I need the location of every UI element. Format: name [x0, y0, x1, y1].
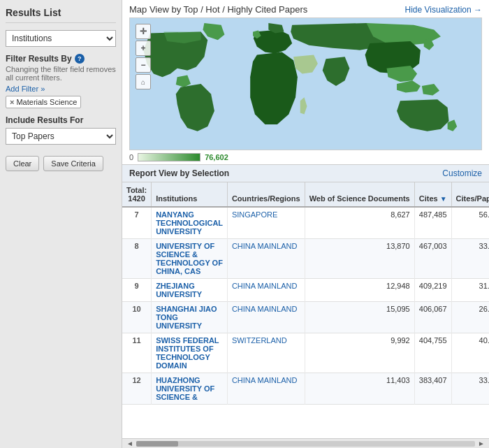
main-content: Map View by Top / Hot / Highly Cited Pap… — [122, 0, 489, 448]
legend-max: 76,602 — [205, 153, 228, 161]
row-cites: 406,067 — [414, 302, 451, 333]
table-row: 10 SHANGHAI JIAO TONG UNIVERSITY CHINA M… — [122, 302, 489, 333]
row-cites: 409,219 — [414, 279, 451, 302]
row-country: CHINA MAINLAND — [227, 302, 305, 333]
map-legend: 0 76,602 — [122, 150, 489, 164]
world-map — [130, 18, 481, 150]
filter-help-text: Changing the filter field removes all cu… — [6, 65, 116, 82]
filter-tag[interactable]: × Materials Science — [6, 96, 81, 108]
row-country: CHINA MAINLAND — [227, 373, 305, 405]
legend-gradient — [138, 153, 200, 161]
results-table-wrapper[interactable]: Total: 1420 Institutions Countries/Regio… — [122, 182, 489, 438]
results-list-title: Results List — [6, 7, 116, 23]
include-section: Include Results For Top Papers Hot Paper… — [6, 115, 116, 145]
include-results-title: Include Results For — [6, 115, 116, 125]
map-title: Map View by Top / Hot / Highly Cited Pap… — [129, 4, 307, 15]
row-rank: 8 — [122, 239, 152, 279]
row-cites: 467,003 — [414, 239, 451, 279]
filter-tag-remove[interactable]: × — [10, 98, 14, 106]
row-rank: 10 — [122, 302, 152, 333]
filter-results-title: Filter Results By — [6, 54, 72, 64]
table-row: 9 ZHEJIANG UNIVERSITY CHINA MAINLAND 12,… — [122, 279, 489, 302]
table-row: 12 HUAZHONG UNIVERSITY OF SCIENCE & CHIN… — [122, 373, 489, 405]
table-body: 7 NANYANG TECHNOLOGICAL UNIVERSITY SINGA… — [122, 207, 489, 405]
country-link[interactable]: SWITZERLAND — [232, 336, 287, 345]
institution-link[interactable]: NANYANG TECHNOLOGICAL UNIVERSITY — [156, 210, 223, 236]
col-institutions[interactable]: Institutions — [152, 182, 228, 207]
customize-link[interactable]: Customize — [442, 168, 482, 178]
country-link[interactable]: CHINA MAINLAND — [232, 242, 298, 250]
clear-button[interactable]: Clear — [6, 156, 39, 171]
scroll-right-arrow[interactable]: ► — [478, 440, 485, 447]
hide-visualization-link[interactable]: Hide Visualization → — [404, 5, 482, 15]
filter-help-icon: ? — [75, 54, 85, 64]
row-cites-per-paper: 33.67 — [451, 239, 489, 279]
table-row: 11 SWISS FEDERAL INSTITUTES OF TECHNOLOG… — [122, 333, 489, 373]
results-list-select[interactable]: Institutions Authors Countries — [6, 30, 116, 47]
sidebar: Results List Institutions Authors Countr… — [0, 0, 122, 448]
add-filter-link[interactable]: Add Filter » — [6, 85, 116, 93]
row-cites-per-paper: 56.51 — [451, 207, 489, 239]
hide-viz-arrow: → — [474, 5, 482, 15]
row-cites: 404,755 — [414, 333, 451, 373]
scroll-thumb[interactable] — [136, 441, 178, 447]
col-countries[interactable]: Countries/Regions — [227, 182, 305, 207]
zoom-out-button[interactable]: − — [136, 57, 151, 73]
cites-label: Cites — [419, 194, 438, 203]
row-cites-per-paper: 26.90 — [451, 302, 489, 333]
results-table: Total: 1420 Institutions Countries/Regio… — [122, 182, 489, 405]
row-wos-docs: 8,627 — [305, 207, 414, 239]
home-button[interactable]: ⌂ — [136, 74, 151, 89]
country-link[interactable]: CHINA MAINLAND — [232, 282, 298, 290]
institution-link[interactable]: UNIVERSITY OF SCIENCE & TECHNOLOGY OF CH… — [156, 242, 223, 275]
cites-sort-arrow: ▼ — [440, 195, 447, 203]
row-country: CHINA MAINLAND — [227, 239, 305, 279]
row-wos-docs: 11,403 — [305, 373, 414, 405]
row-institution: NANYANG TECHNOLOGICAL UNIVERSITY — [152, 207, 228, 239]
row-wos-docs: 12,948 — [305, 279, 414, 302]
col-total: Total: 1420 — [122, 182, 152, 207]
table-row: 7 NANYANG TECHNOLOGICAL UNIVERSITY SINGA… — [122, 207, 489, 239]
report-title: Report View by Selection — [129, 168, 229, 178]
total-count: 1420 — [128, 194, 145, 203]
institution-link[interactable]: ZHEJIANG UNIVERSITY — [156, 282, 202, 298]
institution-link[interactable]: HUAZHONG UNIVERSITY OF SCIENCE & — [156, 376, 214, 401]
row-cites-per-paper: 31.60 — [451, 279, 489, 302]
col-wos-docs[interactable]: Web of Science Documents — [305, 182, 414, 207]
row-rank: 11 — [122, 333, 152, 373]
save-criteria-button[interactable]: Save Criteria — [43, 156, 103, 171]
map-header: Map View by Top / Hot / Highly Cited Pap… — [122, 0, 489, 17]
row-cites: 487,485 — [414, 207, 451, 239]
map-container[interactable]: ✛ + − ⌂ — [129, 17, 482, 150]
row-institution: HUAZHONG UNIVERSITY OF SCIENCE & — [152, 373, 228, 405]
country-link[interactable]: CHINA MAINLAND — [232, 376, 298, 384]
scroll-left-arrow[interactable]: ◄ — [126, 440, 133, 447]
total-label: Total: — [126, 186, 147, 194]
include-results-select[interactable]: Top Papers Hot Papers Highly Cited Paper… — [6, 128, 116, 145]
col-cites-per-paper[interactable]: Cites/Paper — [451, 182, 489, 207]
row-country: CHINA MAINLAND — [227, 279, 305, 302]
row-wos-docs: 15,095 — [305, 302, 414, 333]
legend-min: 0 — [129, 153, 133, 161]
row-wos-docs: 9,992 — [305, 333, 414, 373]
horizontal-scrollbar[interactable]: ◄ ► — [122, 438, 489, 448]
row-rank: 12 — [122, 373, 152, 405]
hide-viz-label: Hide Visualization — [404, 5, 471, 15]
institution-link[interactable]: SWISS FEDERAL INSTITUTES OF TECHNOLOGY D… — [156, 336, 219, 370]
table-header-row: Total: 1420 Institutions Countries/Regio… — [122, 182, 489, 207]
row-wos-docs: 13,870 — [305, 239, 414, 279]
row-institution: UNIVERSITY OF SCIENCE & TECHNOLOGY OF CH… — [152, 239, 228, 279]
zoom-in-button[interactable]: + — [136, 41, 151, 56]
row-institution: ZHEJIANG UNIVERSITY — [152, 279, 228, 302]
row-cites-per-paper: 33.62 — [451, 373, 489, 405]
table-row: 8 UNIVERSITY OF SCIENCE & TECHNOLOGY OF … — [122, 239, 489, 279]
col-cites[interactable]: Cites ▼ — [414, 182, 451, 207]
pan-control[interactable]: ✛ — [136, 24, 151, 39]
country-link[interactable]: CHINA MAINLAND — [232, 305, 298, 313]
institution-link[interactable]: SHANGHAI JIAO TONG UNIVERSITY — [156, 305, 217, 330]
row-country: SWITZERLAND — [227, 333, 305, 373]
row-cites-per-paper: 40.51 — [451, 333, 489, 373]
row-cites: 383,407 — [414, 373, 451, 405]
row-rank: 9 — [122, 279, 152, 302]
country-link[interactable]: SINGAPORE — [232, 210, 277, 219]
